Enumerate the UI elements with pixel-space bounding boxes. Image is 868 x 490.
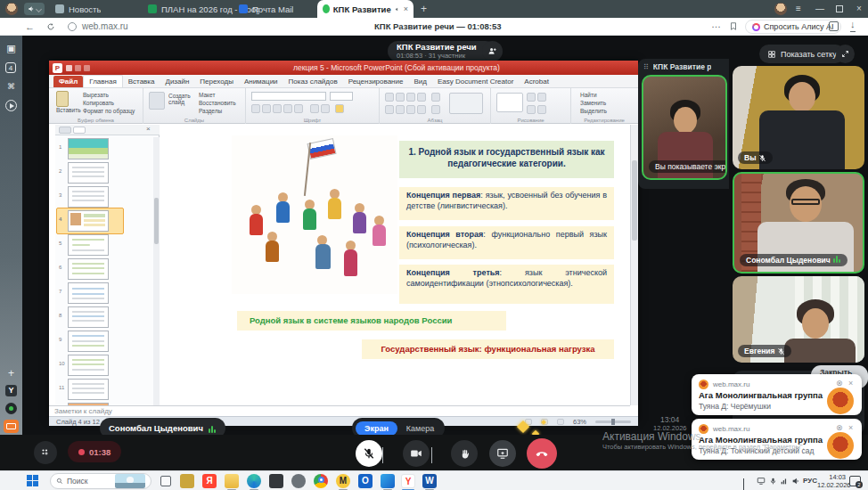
layout-grid-button[interactable] [34, 441, 57, 464]
paste-button[interactable]: Вставить [56, 91, 81, 113]
concept3-box[interactable]: Концепция третья: язык этнической самоид… [399, 265, 614, 304]
strikethrough-button[interactable] [283, 104, 292, 113]
indent-increase-button[interactable] [417, 93, 426, 102]
tray-expand-icon[interactable] [743, 478, 744, 490]
taskbar-app-disk-icon[interactable] [381, 474, 395, 488]
align-right-button[interactable] [406, 105, 415, 114]
numbering-button[interactable] [396, 93, 405, 102]
camera-options-chevron[interactable] [431, 447, 432, 463]
reload-icon[interactable] [46, 22, 55, 31]
align-left-button[interactable] [385, 105, 394, 114]
drag-handle-icon[interactable]: ⠿ [643, 63, 650, 71]
tab-close-icon[interactable]: × [404, 4, 408, 13]
font-name-select[interactable] [251, 92, 326, 101]
tray-display-icon[interactable] [757, 477, 766, 486]
bold-button[interactable] [251, 104, 260, 113]
taskbar-app-compass-icon[interactable] [291, 474, 306, 488]
taskbar-app-max-icon[interactable]: M [336, 474, 350, 488]
taskbar-app-outlook-icon[interactable]: O [358, 474, 373, 488]
red-line-box[interactable]: Государственный язык: функциональная наг… [362, 339, 614, 359]
slide-thumb-11[interactable]: 11 [55, 378, 153, 402]
window-minimize-button[interactable]: — [813, 0, 827, 18]
text-direction-button[interactable] [449, 93, 483, 114]
sidebar-play-icon[interactable] [5, 100, 17, 111]
ppt-tab-home[interactable]: Главная [83, 75, 122, 87]
notification-settings-icon[interactable]: ⊗ [836, 423, 843, 432]
thumbnail-scrollbar[interactable] [153, 137, 160, 405]
font-size-select[interactable] [330, 92, 353, 101]
slide-thumb-9[interactable]: 9 [55, 330, 153, 354]
taskbar-app-ybrowser-icon[interactable]: Y [401, 474, 415, 488]
zoom-level[interactable]: 63% [573, 418, 586, 426]
camera-tab[interactable]: Камера [399, 421, 441, 436]
taskbar-app-wargaming-icon[interactable] [269, 474, 283, 488]
char-spacing-button[interactable] [310, 104, 319, 113]
screen-share-tab[interactable]: Экран [356, 421, 397, 436]
add-participant-button[interactable] [482, 41, 503, 61]
browser-tab-news[interactable]: Новость [55, 0, 162, 18]
layout-button[interactable]: Макет [199, 92, 215, 98]
notes-pane[interactable]: Заметки к слайду [49, 405, 630, 416]
raise-hand-button[interactable] [451, 440, 478, 467]
slide-scrollbar[interactable] [630, 125, 638, 405]
sidebar-mail-icon[interactable] [4, 420, 19, 433]
ppt-tab-acrobat[interactable]: Acrobat [519, 76, 554, 87]
concept1-box[interactable]: Концепция первая: язык, усвоенный без об… [399, 187, 614, 220]
taskbar-app-chrome-icon[interactable] [314, 474, 328, 488]
quick-styles-button[interactable] [537, 93, 546, 102]
site-badge-icon[interactable] [68, 22, 77, 31]
alice-ai-button[interactable]: Спросить Алису AI [745, 20, 841, 34]
ppt-tab-design[interactable]: Дизайн [160, 76, 194, 87]
preview-video-tile[interactable]: Вы показываете экр [642, 75, 727, 180]
tray-clock[interactable]: 14:03 12.02.2026 [817, 474, 846, 489]
shadow-button[interactable] [294, 104, 303, 113]
browser-tab-mail[interactable]: Почта Mail [239, 0, 315, 18]
slide-thumb-2[interactable]: 2 [55, 161, 153, 185]
format-painter-button[interactable]: Формат по образцу [83, 108, 135, 114]
taskbar-app-explorer-icon[interactable] [225, 474, 239, 488]
sidebar-collections-icon[interactable]: 4 [5, 62, 16, 73]
browser-tab-active[interactable]: КПК Развитие реч × [317, 0, 414, 18]
url-text[interactable]: web.max.ru [82, 18, 128, 36]
taskbar-app-edge-icon[interactable] [247, 474, 261, 488]
browser-profile-avatar[interactable] [774, 3, 787, 15]
ppt-tab-slideshow[interactable]: Показ слайдов [283, 76, 343, 87]
download-icon[interactable]: ↓ [850, 18, 856, 32]
section-button[interactable]: Разделы [199, 108, 222, 114]
slide-thumb-5[interactable]: 5 [55, 233, 153, 257]
bullets-button[interactable] [385, 93, 394, 102]
slide-thumb-7[interactable]: 7 [55, 282, 153, 306]
screen-share-preview-window[interactable]: ⠿ КПК Развитие р Вы показываете экр [638, 59, 729, 189]
ppt-tab-file[interactable]: Файл [53, 76, 83, 87]
ppt-titlebar[interactable]: P лекция 5 - Microsoft PowerPoint (Сбой … [49, 61, 638, 75]
screen-share-button[interactable] [489, 440, 516, 467]
slide-thumb-6[interactable]: 6 [55, 257, 153, 282]
sidebar-add-icon[interactable]: + [0, 367, 22, 380]
zoom-slider[interactable] [595, 421, 631, 423]
tray-network-icon[interactable] [780, 477, 789, 486]
sidebar-panels-icon[interactable]: ▣ [0, 43, 22, 54]
back-icon[interactable]: ← [25, 18, 35, 36]
notification-close-icon[interactable]: × [848, 379, 853, 388]
new-slide-icon[interactable] [149, 92, 165, 110]
shapes-gallery[interactable] [496, 93, 523, 112]
profile-avatar[interactable] [5, 3, 18, 15]
ppt-tab-review[interactable]: Рецензирование [343, 76, 409, 87]
redo-icon[interactable] [84, 65, 90, 71]
notification-close-icon[interactable]: × [848, 423, 853, 432]
tray-mic-icon[interactable] [769, 477, 777, 486]
notification-center-icon[interactable]: 2 [849, 476, 861, 486]
mic-options-chevron[interactable] [382, 447, 383, 463]
notification-card[interactable]: web.max.ru ⊗ × Ага Монолингвальная групп… [692, 374, 862, 415]
slide-thumb-4-selected[interactable]: 4 [55, 209, 153, 233]
bookmark-flag-icon[interactable] [729, 21, 738, 31]
taskbar-app-emblem-icon[interactable] [180, 474, 194, 488]
camera-button[interactable] [403, 440, 430, 467]
italic-button[interactable] [262, 104, 271, 113]
slide-thumb-10[interactable]: 10 [55, 354, 153, 378]
more-icon[interactable]: … [711, 15, 721, 33]
reset-button[interactable]: Восстановить [199, 100, 236, 106]
notification-card[interactable]: web.max.ru ⊗ × Ага Монолингвальная групп… [692, 419, 862, 460]
show-grid-button[interactable]: Показать сетку [759, 45, 845, 63]
outline-tab-icon[interactable] [73, 127, 86, 134]
